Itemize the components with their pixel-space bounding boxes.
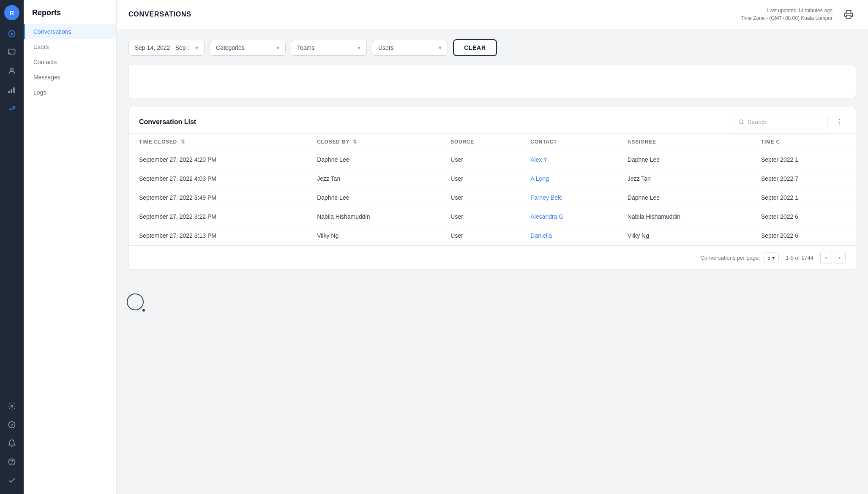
col-closed-by: CLOSED BY ⇅ bbox=[307, 134, 440, 150]
date-range-filter[interactable]: Sep 14, 2022 - Sep : ▾ bbox=[128, 40, 205, 56]
nav-icon-help[interactable] bbox=[3, 453, 20, 470]
cell-time-closed-3: September 27, 2022 3:22 PM bbox=[129, 207, 307, 226]
user-avatar[interactable]: R bbox=[4, 5, 19, 20]
table-row: September 27, 2022 3:49 PM Daphne Lee Us… bbox=[129, 188, 856, 207]
sidebar-title: Reports bbox=[24, 8, 116, 24]
svg-rect-5 bbox=[11, 89, 12, 93]
card-header-right: ⋮ bbox=[733, 116, 846, 128]
icon-bar-bottom bbox=[3, 398, 20, 489]
nav-icon-badge[interactable] bbox=[3, 416, 20, 433]
per-page-label: Conversations per page: bbox=[700, 255, 760, 261]
cell-time-created-0: Septer 2022 1 bbox=[751, 150, 856, 169]
cell-time-closed-0: September 27, 2022 4:20 PM bbox=[129, 150, 307, 169]
cell-contact-0[interactable]: Alex Y bbox=[520, 150, 617, 169]
cell-source-0: User bbox=[440, 150, 520, 169]
nav-icon-settings[interactable] bbox=[3, 398, 20, 415]
svg-point-1 bbox=[11, 33, 13, 35]
cell-closed-by-3: Nabila Hishamuddin bbox=[307, 207, 440, 226]
per-page-value: 5 bbox=[767, 255, 770, 261]
cell-time-created-2: Septer 2022 1 bbox=[751, 188, 856, 207]
header-right: Last updated 14 minutes ago Time Zone - … bbox=[741, 7, 856, 22]
sort-icon-closed-by[interactable]: ⇅ bbox=[353, 139, 358, 145]
cell-closed-by-4: Viiky Ng bbox=[307, 226, 440, 245]
more-options-button[interactable]: ⋮ bbox=[833, 116, 846, 128]
cell-contact-2[interactable]: Farney Belo bbox=[520, 188, 617, 207]
nav-icon-dashboard[interactable] bbox=[3, 25, 20, 42]
sidebar-item-contacts[interactable]: Contacts bbox=[24, 54, 116, 70]
cell-source-3: User bbox=[440, 207, 520, 226]
svg-rect-13 bbox=[846, 15, 851, 18]
teams-filter[interactable]: Teams ▾ bbox=[291, 40, 367, 56]
nav-icon-chart[interactable] bbox=[3, 100, 20, 117]
timezone-text: Time Zone - (GMT+08:00) Kuala Lumpur bbox=[741, 14, 833, 22]
icon-bar: R bbox=[0, 0, 24, 494]
teams-label: Teams bbox=[297, 44, 314, 51]
print-button[interactable] bbox=[841, 7, 856, 22]
sidebar-item-messages[interactable]: Messages bbox=[24, 70, 116, 85]
cell-contact-3[interactable]: Alesandra G bbox=[520, 207, 617, 226]
page-info: 1-5 of 1744 bbox=[786, 255, 813, 261]
users-filter[interactable]: Users ▾ bbox=[372, 40, 448, 56]
nav-icon-chat[interactable] bbox=[3, 44, 20, 61]
per-page-caret-icon: ▾ bbox=[772, 255, 775, 261]
svg-line-15 bbox=[742, 123, 744, 125]
table-row: September 27, 2022 4:20 PM Daphne Lee Us… bbox=[129, 150, 856, 169]
categories-caret-icon: ▾ bbox=[276, 44, 279, 51]
table-body: September 27, 2022 4:20 PM Daphne Lee Us… bbox=[129, 150, 856, 245]
cell-time-closed-4: September 27, 2022 3:13 PM bbox=[129, 226, 307, 245]
cell-source-2: User bbox=[440, 188, 520, 207]
cell-assignee-3: Nabila Hishamuddin bbox=[617, 207, 751, 226]
categories-filter[interactable]: Categories ▾ bbox=[210, 40, 286, 56]
content-area: Sep 14, 2022 - Sep : ▾ Categories ▾ Team… bbox=[117, 29, 868, 494]
per-page-selector: Conversations per page: 5 ▾ bbox=[700, 252, 779, 263]
page-navigation: ‹ › bbox=[820, 252, 846, 263]
date-range-caret-icon: ▾ bbox=[195, 44, 198, 51]
conversations-table: TIME CLOSED ⇅ CLOSED BY ⇅ SOURCE bbox=[129, 133, 856, 245]
cell-time-created-3: Septer 2022 6 bbox=[751, 207, 856, 226]
nav-icon-check[interactable] bbox=[3, 472, 20, 489]
teams-caret-icon: ▾ bbox=[358, 44, 360, 51]
per-page-select[interactable]: 5 ▾ bbox=[764, 252, 779, 263]
cell-time-closed-2: September 27, 2022 3:49 PM bbox=[129, 188, 307, 207]
cell-contact-4[interactable]: Daniella bbox=[520, 226, 617, 245]
sort-icon-time-closed[interactable]: ⇅ bbox=[180, 139, 185, 145]
search-box[interactable] bbox=[733, 116, 828, 128]
svg-point-9 bbox=[11, 405, 13, 407]
cell-source-4: User bbox=[440, 226, 520, 245]
card-header: Conversation List ⋮ bbox=[129, 107, 856, 133]
cell-closed-by-0: Daphne Lee bbox=[307, 150, 440, 169]
chart-area bbox=[128, 65, 856, 98]
table-wrap: TIME CLOSED ⇅ CLOSED BY ⇅ SOURCE bbox=[129, 133, 856, 245]
cell-assignee-0: Daphne Lee bbox=[617, 150, 751, 169]
search-input[interactable] bbox=[748, 119, 822, 125]
col-contact: CONTACT bbox=[520, 134, 617, 150]
sidebar-item-conversations[interactable]: Conversations bbox=[24, 24, 116, 39]
cell-closed-by-1: Jezz Tan bbox=[307, 169, 440, 188]
filters-row: Sep 14, 2022 - Sep : ▾ Categories ▾ Team… bbox=[128, 39, 856, 56]
cell-time-created-1: Septer 2022 7 bbox=[751, 169, 856, 188]
prev-page-button[interactable]: ‹ bbox=[820, 252, 832, 263]
pagination: Conversations per page: 5 ▾ 1-5 of 1744 … bbox=[129, 245, 856, 269]
sidebar-item-logs[interactable]: Logs bbox=[24, 85, 116, 100]
next-page-button[interactable]: › bbox=[834, 252, 846, 263]
table-row: September 27, 2022 3:13 PM Viiky Ng User… bbox=[129, 226, 856, 245]
users-label: Users bbox=[378, 44, 394, 51]
table-row: September 27, 2022 4:03 PM Jezz Tan User… bbox=[129, 169, 856, 188]
svg-point-3 bbox=[11, 68, 14, 71]
cell-assignee-1: Jezz Tan bbox=[617, 169, 751, 188]
cell-closed-by-2: Daphne Lee bbox=[307, 188, 440, 207]
nav-icon-contacts[interactable] bbox=[3, 62, 20, 79]
cell-contact-1[interactable]: A Long bbox=[520, 169, 617, 188]
last-updated-text: Last updated 14 minutes ago bbox=[741, 7, 833, 14]
table-header: TIME CLOSED ⇅ CLOSED BY ⇅ SOURCE bbox=[129, 134, 856, 150]
nav-icon-bell[interactable] bbox=[3, 435, 20, 452]
page-title: CONVERSATIONS bbox=[128, 11, 191, 18]
svg-point-14 bbox=[739, 120, 743, 124]
clear-button[interactable]: CLEAR bbox=[453, 39, 497, 56]
col-assignee: ASSIGNEE bbox=[617, 134, 751, 150]
nav-icon-signal[interactable] bbox=[3, 81, 20, 98]
sidebar-item-users[interactable]: Users bbox=[24, 39, 116, 54]
cell-assignee-4: Viiky Ng bbox=[617, 226, 751, 245]
col-time-closed: TIME CLOSED ⇅ bbox=[129, 134, 307, 150]
categories-label: Categories bbox=[216, 44, 245, 51]
